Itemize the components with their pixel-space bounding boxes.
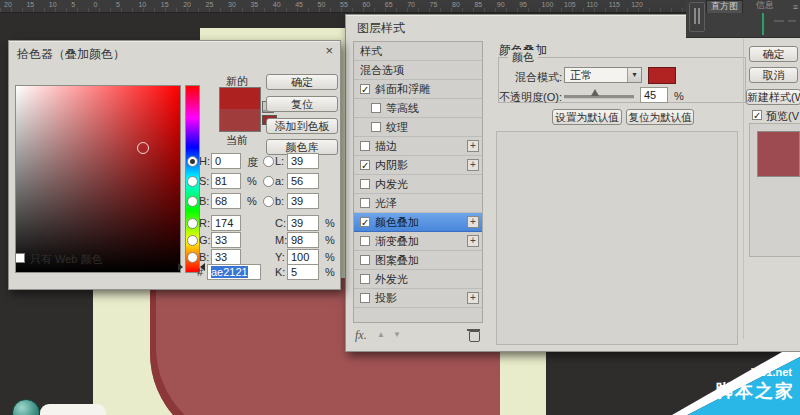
overlay-color-swatch[interactable] (648, 67, 676, 84)
component-radio[interactable] (187, 218, 198, 229)
ruler-number: 10 (138, 0, 146, 10)
effect-list-item[interactable]: 投影+ (354, 289, 482, 308)
effect-checkbox[interactable] (360, 141, 370, 151)
effect-list-item[interactable]: 图案叠加 (354, 251, 482, 270)
component-label: L: (275, 155, 284, 167)
component-value-input[interactable]: 100 (287, 249, 319, 265)
effect-label: 样式 (360, 44, 382, 59)
effect-list-item[interactable]: 样式 (354, 42, 482, 61)
component-value-input[interactable]: 39 (287, 153, 319, 169)
add-effect-instance-icon[interactable]: + (467, 140, 479, 152)
saturation-brightness-field[interactable] (15, 85, 181, 273)
component-value-input[interactable]: 39 (287, 215, 319, 231)
effect-checkbox[interactable] (360, 179, 370, 189)
component-label: H: (199, 155, 210, 167)
reset-default-button[interactable]: 复位为默认值 (626, 109, 694, 125)
divider (743, 39, 744, 339)
add-effect-instance-icon[interactable]: + (467, 216, 479, 228)
cancel-button[interactable]: 取消 (749, 67, 798, 83)
effect-checkbox[interactable] (371, 103, 381, 113)
web-colors-only-checkbox[interactable] (15, 253, 25, 263)
effect-list-item[interactable]: ✓斜面和浮雕 (354, 80, 482, 99)
component-value-input[interactable]: 0 (211, 153, 241, 169)
effect-list-item[interactable]: ✓内阴影+ (354, 156, 482, 175)
effect-checkbox[interactable] (360, 198, 370, 208)
component-value-input[interactable]: 68 (211, 193, 241, 209)
component-radio[interactable] (187, 235, 198, 246)
effect-list-item[interactable]: 纹理 (354, 118, 482, 137)
panel-collapse-icon[interactable] (689, 2, 705, 32)
effect-checkbox[interactable]: ✓ (360, 84, 370, 94)
component-value-input[interactable]: 98 (287, 232, 319, 248)
component-unit: % (325, 266, 335, 278)
effect-checkbox[interactable] (360, 236, 370, 246)
effect-list-item[interactable]: 混合选项 (354, 61, 482, 80)
effect-list-toolbar: fx. ▲ ▼ (353, 327, 483, 345)
close-icon[interactable]: × (325, 44, 333, 57)
opacity-slider-thumb[interactable] (591, 89, 599, 96)
effect-list-item[interactable]: 外发光 (354, 270, 482, 289)
reset-button[interactable]: 复位 (266, 96, 338, 112)
blend-mode-dropdown[interactable]: 正常 ▾ (564, 67, 642, 83)
white-card-shape (40, 404, 106, 415)
effect-list-item[interactable]: 渐变叠加+ (354, 232, 482, 251)
new-style-button[interactable]: 新建样式(W (746, 89, 800, 105)
effect-label: 混合选项 (360, 63, 404, 78)
component-radio[interactable] (187, 252, 198, 263)
opacity-slider-track[interactable] (564, 95, 634, 99)
component-value-input[interactable]: 56 (287, 173, 319, 189)
color-picker-dialog: 拾色器（叠加颜色） × 新的 当前 确定 复位 添加到色板 颜色库 H:0度S:… (8, 40, 341, 290)
component-radio[interactable] (263, 196, 274, 207)
component-value-input[interactable]: 5 (287, 264, 319, 280)
preview-checkbox[interactable]: ✓ (752, 110, 762, 120)
component-value-input[interactable]: 81 (211, 173, 241, 189)
effect-list-item[interactable]: 等高线 (354, 99, 482, 118)
move-effect-up-icon[interactable]: ▲ (377, 330, 385, 339)
current-color-swatch[interactable] (219, 109, 261, 132)
effect-checkbox[interactable] (360, 274, 370, 284)
effect-checkbox[interactable] (371, 122, 381, 132)
make-default-button[interactable]: 设置为默认值 (552, 109, 622, 125)
effect-checkbox[interactable]: ✓ (360, 217, 370, 227)
effect-list-item[interactable]: 内发光 (354, 175, 482, 194)
delete-effect-icon[interactable] (469, 331, 480, 342)
tab-histogram[interactable]: 直方图 (706, 0, 743, 13)
panel-menu-icon[interactable]: ≡ (793, 2, 798, 12)
hex-input[interactable]: ae2121 (207, 264, 261, 280)
ruler-number: 70 (407, 0, 415, 10)
new-color-swatch (219, 87, 261, 110)
move-effect-down-icon[interactable]: ▼ (393, 330, 401, 339)
component-value-input[interactable]: 33 (211, 249, 241, 265)
ok-button[interactable]: 确定 (749, 46, 798, 62)
add-effect-instance-icon[interactable]: + (467, 292, 479, 304)
add-effect-instance-icon[interactable]: + (467, 159, 479, 171)
tab-info[interactable]: 信息 (752, 0, 778, 12)
component-label: R: (199, 217, 210, 229)
effect-checkbox[interactable] (360, 255, 370, 265)
effect-list-item[interactable]: 描边+ (354, 137, 482, 156)
effect-label: 斜面和浮雕 (375, 82, 430, 97)
opacity-value-input[interactable]: 45 (640, 87, 668, 103)
component-label: B: (199, 195, 209, 207)
ruler-number: 40 (273, 0, 281, 10)
component-radio[interactable] (187, 156, 198, 167)
ok-button[interactable]: 确定 (266, 74, 338, 90)
component-value-input[interactable]: 33 (211, 232, 241, 248)
component-value-input[interactable]: 174 (211, 215, 241, 231)
component-radio[interactable] (187, 196, 198, 207)
add-effect-instance-icon[interactable]: + (467, 235, 479, 247)
add-to-swatches-button[interactable]: 添加到色板 (266, 118, 338, 134)
component-radio[interactable] (263, 176, 274, 187)
component-value-input[interactable]: 39 (287, 193, 319, 209)
fx-icon[interactable]: fx. (355, 328, 367, 343)
ruler-number: 65 (385, 0, 393, 10)
color-field-marker[interactable] (137, 142, 149, 154)
effect-list-item[interactable]: ✓颜色叠加+ (354, 213, 482, 232)
effect-list-item[interactable]: 光泽 (354, 194, 482, 213)
component-radio[interactable] (263, 156, 274, 167)
dialog-title: 拾色器（叠加颜色） (17, 46, 125, 63)
component-radio[interactable] (187, 176, 198, 187)
effect-checkbox[interactable] (360, 293, 370, 303)
layer-style-dialog: 图层样式 样式混合选项✓斜面和浮雕等高线纹理描边+✓内阴影+内发光光泽✓颜色叠加… (345, 14, 800, 352)
effect-checkbox[interactable]: ✓ (360, 160, 370, 170)
